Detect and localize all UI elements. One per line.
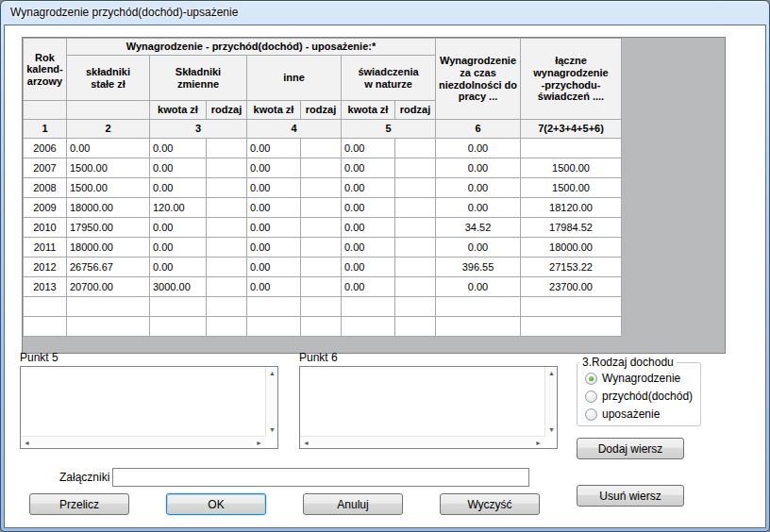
grid-cell-rok[interactable]: 2007 [24, 158, 67, 178]
grid-cell[interactable] [301, 317, 342, 337]
punkt5-input[interactable] [22, 368, 264, 435]
punkt5-horizontal-scrollbar[interactable]: ◄ ► [21, 436, 265, 448]
grid-cell-swiadczenia-rodzaj[interactable] [395, 218, 436, 238]
grid-cell[interactable] [150, 297, 207, 317]
radio-wynagrodzenie[interactable]: Wynagrodzenie [585, 372, 680, 385]
grid-cell-zmienne-rodzaj[interactable] [207, 277, 247, 297]
grid-cell-inne-kwota[interactable]: 0.00 [247, 238, 301, 258]
grid-cell-inne-kwota[interactable]: 0.00 [247, 178, 301, 198]
grid-cell-inne-kwota[interactable]: 0.00 [247, 277, 301, 297]
grid-cell-zmienne-rodzaj[interactable] [207, 258, 247, 277]
grid-cell-stale[interactable]: 17950.00 [67, 218, 150, 238]
grid-cell-zmienne-rodzaj[interactable] [207, 158, 247, 178]
scroll-left-icon[interactable]: ◄ [21, 437, 33, 449]
scroll-up-icon[interactable]: ▲ [266, 367, 278, 379]
grid-cell[interactable] [67, 297, 150, 317]
grid-cell[interactable] [521, 317, 622, 337]
radio-przychod-dochod[interactable]: przychód(dochód) [585, 390, 693, 403]
grid-cell[interactable] [395, 297, 436, 317]
grid-cell-wyn-czas[interactable]: 0.00 [436, 198, 521, 218]
grid-cell[interactable] [342, 297, 395, 317]
scroll-left-icon[interactable]: ◄ [300, 437, 312, 449]
grid-cell-inne-kwota[interactable]: 0.00 [247, 139, 301, 158]
grid-cell-rok[interactable]: 2011 [24, 238, 67, 258]
scroll-down-icon[interactable]: ▼ [545, 424, 558, 436]
grid-cell-rok[interactable]: 2009 [24, 198, 67, 218]
przelicz-button[interactable]: Przelicz [29, 493, 129, 515]
grid-cell-inne-rodzaj[interactable] [301, 238, 342, 258]
grid-cell[interactable] [247, 317, 301, 337]
grid-cell[interactable] [150, 317, 207, 337]
grid-cell-zmienne-rodzaj[interactable] [207, 238, 247, 258]
grid-cell-zmienne-kwota[interactable]: 0.00 [150, 158, 207, 178]
zalaczniki-input[interactable] [112, 468, 529, 487]
grid-cell-stale[interactable]: 18000.00 [67, 198, 150, 218]
grid-cell-laczne[interactable]: 18000.00 [521, 238, 622, 258]
grid-cell-stale[interactable]: 18000.00 [67, 238, 150, 258]
grid-cell-laczne[interactable]: 17984.52 [521, 218, 622, 238]
ok-button[interactable]: OK [166, 493, 266, 515]
grid-cell-zmienne-rodzaj[interactable] [207, 139, 247, 158]
grid-cell-wyn-czas[interactable]: 0.00 [436, 277, 521, 297]
grid-cell[interactable] [247, 297, 301, 317]
grid-cell[interactable] [436, 297, 521, 317]
grid-cell[interactable] [207, 297, 247, 317]
grid-cell[interactable] [301, 297, 342, 317]
grid-cell-rok[interactable]: 2008 [24, 178, 67, 198]
grid-cell-swiadczenia-rodzaj[interactable] [395, 158, 436, 178]
grid-cell-zmienne-rodzaj[interactable] [207, 178, 247, 198]
grid-cell-zmienne-kwota[interactable]: 3000.00 [150, 277, 207, 297]
scroll-up-icon[interactable]: ▲ [545, 367, 558, 379]
grid-cell-zmienne-kwota[interactable]: 0.00 [150, 218, 207, 238]
grid-cell-zmienne-rodzaj[interactable] [207, 198, 247, 218]
usun-wiersz-button[interactable]: Usuń wiersz [577, 485, 684, 507]
grid-cell-inne-rodzaj[interactable] [301, 158, 342, 178]
title-bar[interactable]: Wynagrodzenie przychód(dochód)-upsażenie [1, 1, 769, 25]
punkt5-vertical-scrollbar[interactable]: ▲ ▼ [265, 367, 277, 436]
grid-cell-laczne[interactable]: 27153.22 [521, 258, 622, 277]
grid-cell-zmienne-rodzaj[interactable] [207, 218, 247, 238]
grid-cell-rok[interactable]: 2013 [24, 277, 67, 297]
grid-cell[interactable] [207, 317, 247, 337]
grid-cell[interactable] [24, 297, 67, 317]
grid-cell-rok[interactable]: 2006 [24, 139, 67, 158]
grid-cell-swiadczenia-rodzaj[interactable] [395, 277, 436, 297]
grid-cell-inne-rodzaj[interactable] [301, 139, 342, 158]
grid-cell-stale[interactable]: 26756.67 [67, 258, 150, 277]
grid-cell-swiadczenia-kwota[interactable]: 0.00 [342, 218, 395, 238]
grid-cell[interactable] [395, 317, 436, 337]
grid-cell-inne-kwota[interactable]: 0.00 [247, 258, 301, 277]
grid-cell-swiadczenia-kwota[interactable]: 0.00 [342, 258, 395, 277]
grid-cell[interactable] [342, 317, 395, 337]
grid-cell-stale[interactable]: 0.00 [67, 139, 150, 158]
grid-cell[interactable] [67, 317, 150, 337]
punkt6-horizontal-scrollbar[interactable]: ◄ ► [300, 436, 544, 448]
grid-cell-swiadczenia-kwota[interactable]: 0.00 [342, 139, 395, 158]
grid-cell[interactable] [436, 317, 521, 337]
grid-cell-swiadczenia-rodzaj[interactable] [395, 238, 436, 258]
grid-cell-wyn-czas[interactable]: 0.00 [436, 158, 521, 178]
grid-cell[interactable] [24, 317, 67, 337]
grid-cell-rok[interactable]: 2012 [24, 258, 67, 277]
grid-cell-swiadczenia-kwota[interactable]: 0.00 [342, 158, 395, 178]
grid-cell[interactable] [521, 297, 622, 317]
grid-cell-stale[interactable]: 1500.00 [67, 178, 150, 198]
anuluj-button[interactable]: Anuluj [303, 493, 403, 515]
grid-cell-swiadczenia-rodzaj[interactable] [395, 198, 436, 218]
grid-cell-zmienne-kwota[interactable]: 0.00 [150, 139, 207, 158]
grid-cell-swiadczenia-kwota[interactable]: 0.00 [342, 238, 395, 258]
grid-cell-swiadczenia-rodzaj[interactable] [395, 139, 436, 158]
grid-cell-swiadczenia-rodzaj[interactable] [395, 258, 436, 277]
grid-cell-inne-rodzaj[interactable] [301, 198, 342, 218]
grid-cell-inne-rodzaj[interactable] [301, 218, 342, 238]
grid-cell-stale[interactable]: 1500.00 [67, 158, 150, 178]
grid-cell-wyn-czas[interactable]: 0.00 [436, 139, 521, 158]
grid-cell-laczne[interactable]: 1500.00 [521, 158, 622, 178]
grid-cell-wyn-czas[interactable]: 396.55 [436, 258, 521, 277]
grid-cell-inne-kwota[interactable]: 0.00 [247, 218, 301, 238]
grid-cell-stale[interactable]: 20700.00 [67, 277, 150, 297]
wyczysc-button[interactable]: Wyczyść [440, 493, 540, 515]
scroll-right-icon[interactable]: ► [253, 437, 265, 449]
grid-cell-laczne[interactable]: 1500.00 [521, 178, 622, 198]
grid-cell-swiadczenia-kwota[interactable]: 0.00 [342, 198, 395, 218]
